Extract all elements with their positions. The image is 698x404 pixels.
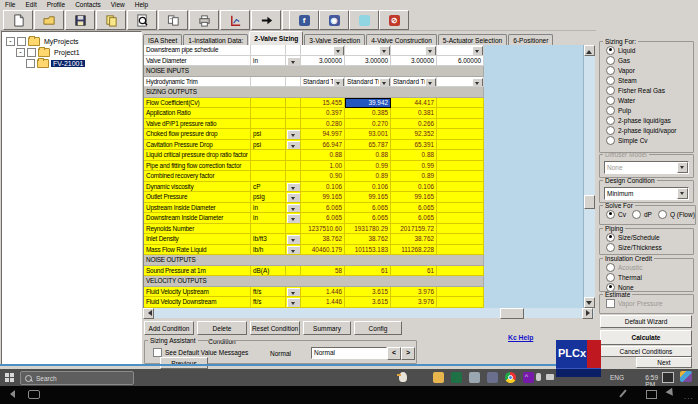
- value-cell[interactable]: 39.942: [345, 98, 391, 109]
- horizontal-scrollbar[interactable]: [143, 308, 594, 318]
- chrome-icon[interactable]: [505, 372, 516, 383]
- value-cell[interactable]: 40: [391, 45, 437, 56]
- value-cell[interactable]: 6.065: [391, 203, 437, 214]
- tree-item-project1[interactable]: -Project1: [16, 47, 82, 58]
- radio-sizing-gas[interactable]: Gas: [600, 55, 693, 65]
- radio-insulation-thermal[interactable]: Thermal: [600, 272, 693, 282]
- value-cell[interactable]: 0.106: [391, 182, 437, 193]
- step-forward-button[interactable]: >: [401, 347, 415, 360]
- taskbar-search[interactable]: Search: [20, 371, 134, 385]
- social-camera-button[interactable]: ◉: [319, 10, 349, 30]
- forward-arrow-button[interactable]: [251, 10, 281, 30]
- value-cell[interactable]: 0.99: [391, 161, 437, 172]
- diffuser-model-select[interactable]: None: [604, 161, 689, 174]
- value-cell[interactable]: [437, 203, 484, 214]
- value-cell[interactable]: 101153.183: [345, 245, 391, 256]
- value-cell[interactable]: [437, 77, 484, 88]
- tab-2-valve-sizing[interactable]: 2-Valve Sizing: [249, 31, 303, 45]
- value-cell[interactable]: 3.615: [345, 297, 391, 308]
- value-cell[interactable]: Standard Trim: [345, 77, 391, 88]
- previous-button[interactable]: Previous: [160, 357, 208, 369]
- value-cell[interactable]: 6.065: [345, 213, 391, 224]
- radio-sizing-simple-cv[interactable]: Simple Cv: [600, 135, 693, 145]
- button-summary[interactable]: Summary: [303, 321, 351, 335]
- menu-view[interactable]: View: [106, 0, 130, 9]
- microphone-icon[interactable]: [536, 373, 541, 381]
- value-cell[interactable]: 0.99: [345, 161, 391, 172]
- value-cell[interactable]: Standard Trim: [391, 77, 437, 88]
- value-cell[interactable]: 61: [391, 266, 437, 277]
- button-reset-condition[interactable]: Reset Condition: [250, 321, 300, 335]
- value-cell[interactable]: 0.106: [345, 182, 391, 193]
- value-cell[interactable]: 3.976: [391, 297, 437, 308]
- radio-solve-dp[interactable]: dP: [626, 209, 652, 219]
- value-cell[interactable]: [437, 182, 484, 193]
- value-cell[interactable]: [437, 150, 484, 161]
- value-cell[interactable]: 0.88: [345, 150, 391, 161]
- next-button[interactable]: Next: [636, 357, 692, 368]
- radio-sizing-fisher-real-gas[interactable]: Fisher Real Gas: [600, 85, 693, 95]
- radio-sizing-steam[interactable]: Steam: [600, 75, 693, 85]
- value-cell[interactable]: [437, 245, 484, 256]
- radio-solve-cv[interactable]: Cv: [600, 209, 626, 219]
- chevron-down-icon[interactable]: [677, 162, 688, 173]
- unit-dropdown-button[interactable]: [287, 183, 301, 193]
- value-cell[interactable]: 38.762: [301, 234, 345, 245]
- radio-insulation-acoustic[interactable]: Acoustic: [600, 262, 693, 272]
- value-cell[interactable]: [437, 234, 484, 245]
- unit-dropdown-button[interactable]: [287, 204, 301, 214]
- value-cell[interactable]: 40: [437, 45, 484, 56]
- value-cell[interactable]: [437, 266, 484, 277]
- language-indicator[interactable]: ENG: [610, 374, 624, 381]
- value-cell[interactable]: 0.88: [301, 150, 345, 161]
- value-cell[interactable]: 99.165: [345, 192, 391, 203]
- value-cell[interactable]: 1.00: [301, 161, 345, 172]
- value-cell[interactable]: [437, 108, 484, 119]
- radio-sizing-liquid[interactable]: Liquid: [600, 45, 693, 55]
- value-cell[interactable]: [437, 140, 484, 151]
- value-cell[interactable]: 6.065: [301, 203, 345, 214]
- file-explorer-icon[interactable]: [433, 372, 444, 383]
- value-cell[interactable]: 44.417: [391, 98, 437, 109]
- value-cell[interactable]: [437, 171, 484, 182]
- value-cell[interactable]: 3.00000: [391, 56, 437, 67]
- value-cell[interactable]: 92.352: [391, 129, 437, 140]
- button-add-condition[interactable]: Add Condition: [144, 321, 194, 335]
- radio-sizing-2-phase-liquid-gas[interactable]: 2-phase liquid/gas: [600, 115, 693, 125]
- tree-expander-icon[interactable]: -: [6, 37, 15, 46]
- value-cell[interactable]: Standard Trim: [301, 77, 345, 88]
- camera-icon[interactable]: [546, 374, 554, 380]
- photos-icon[interactable]: [680, 371, 692, 382]
- radio-solve-q-flow-[interactable]: Q (Flow): [652, 209, 695, 219]
- value-cell[interactable]: [437, 161, 484, 172]
- value-cell[interactable]: 1237510.60: [301, 224, 345, 235]
- facebook-button[interactable]: f: [289, 10, 319, 30]
- copy-button[interactable]: [96, 10, 126, 30]
- default-wizard-button[interactable]: Default Wizard: [600, 315, 692, 328]
- cancel-conditions-button[interactable]: Cancel Conditions: [600, 346, 692, 357]
- tree-item-myprojects[interactable]: -MyProjects: [6, 36, 81, 47]
- value-cell[interactable]: 6.065: [301, 213, 345, 224]
- value-cell[interactable]: 6.065: [391, 213, 437, 224]
- social-teal-button[interactable]: [349, 10, 379, 30]
- value-dropdown-button[interactable]: [379, 46, 390, 56]
- print-button[interactable]: [189, 10, 219, 30]
- value-cell[interactable]: [437, 224, 484, 235]
- value-cell[interactable]: 0.381: [391, 108, 437, 119]
- value-cell[interactable]: 94.997: [301, 129, 345, 140]
- value-cell[interactable]: 0.397: [301, 108, 345, 119]
- unit-dropdown-button[interactable]: [287, 141, 301, 151]
- value-cell[interactable]: 58: [301, 266, 345, 277]
- start-button[interactable]: [5, 373, 14, 382]
- value-cell[interactable]: 66.947: [301, 140, 345, 151]
- menu-help[interactable]: Help: [130, 0, 153, 9]
- value-cell[interactable]: 93.001: [345, 129, 391, 140]
- value-cell[interactable]: 65.787: [345, 140, 391, 151]
- radio-piping-size-schedule[interactable]: Size/Schedule: [600, 232, 693, 242]
- value-cell[interactable]: 61: [345, 266, 391, 277]
- chevron-up-icon[interactable]: ^: [525, 373, 528, 380]
- value-cell[interactable]: 0.385: [345, 108, 391, 119]
- tree-checkbox[interactable]: [27, 48, 36, 57]
- value-cell[interactable]: 0.88: [391, 150, 437, 161]
- value-cell[interactable]: 40: [301, 45, 345, 56]
